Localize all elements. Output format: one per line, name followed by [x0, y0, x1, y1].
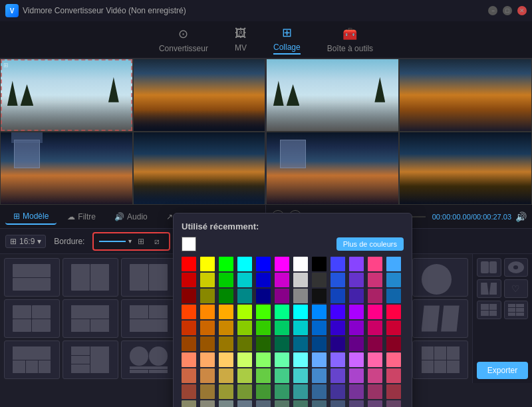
tab-filtre[interactable]: ☁ Filtre	[59, 209, 104, 224]
color-swatch[interactable]	[237, 352, 252, 367]
bordure-grid-btn[interactable]: ⊞	[134, 235, 148, 248]
color-swatch[interactable]	[200, 273, 215, 287]
color-swatch[interactable]	[256, 384, 271, 399]
tab-modele[interactable]: ⊞ Modèle	[5, 209, 57, 225]
color-swatch[interactable]	[331, 384, 345, 399]
color-swatch[interactable]	[312, 273, 327, 287]
color-swatch[interactable]	[293, 273, 308, 287]
color-swatch[interactable]	[182, 384, 196, 399]
color-swatch[interactable]	[256, 305, 271, 319]
color-swatch[interactable]	[275, 384, 289, 399]
color-swatch[interactable]	[349, 337, 364, 351]
color-swatch[interactable]	[256, 321, 271, 335]
model-item-16[interactable]	[412, 299, 468, 338]
color-swatch[interactable]	[256, 273, 271, 287]
color-swatch[interactable]	[219, 384, 233, 399]
color-swatch[interactable]	[182, 321, 196, 335]
color-swatch[interactable]	[293, 257, 308, 271]
color-swatch[interactable]	[331, 273, 345, 287]
color-swatch[interactable]	[256, 352, 271, 367]
color-swatch[interactable]	[293, 337, 308, 351]
color-swatch[interactable]	[182, 368, 196, 383]
right-model-1[interactable]	[477, 258, 501, 277]
color-swatch[interactable]	[219, 337, 233, 351]
color-swatch[interactable]	[386, 321, 401, 335]
preview-cell-3[interactable]	[0, 132, 133, 205]
color-swatch[interactable]	[312, 337, 327, 351]
color-swatch[interactable]	[182, 289, 196, 303]
color-swatch[interactable]	[182, 352, 196, 367]
color-swatch[interactable]	[293, 400, 308, 407]
color-swatch[interactable]	[368, 321, 382, 335]
close-button[interactable]: ✕	[517, 6, 527, 15]
color-swatch[interactable]	[331, 368, 345, 383]
color-swatch[interactable]	[386, 305, 401, 319]
color-swatch[interactable]	[275, 273, 289, 287]
color-swatch[interactable]	[200, 384, 215, 399]
color-swatch[interactable]	[219, 289, 233, 303]
color-swatch[interactable]	[275, 305, 289, 319]
color-swatch[interactable]	[275, 337, 289, 351]
color-swatch[interactable]	[237, 368, 252, 383]
color-swatch[interactable]	[200, 321, 215, 335]
color-swatch[interactable]	[368, 337, 382, 351]
color-swatch[interactable]	[200, 400, 215, 407]
color-swatch[interactable]	[182, 337, 196, 351]
color-swatch[interactable]	[219, 321, 233, 335]
color-swatch[interactable]	[386, 368, 401, 383]
maximize-button[interactable]: □	[503, 6, 512, 15]
model-item-24[interactable]	[412, 340, 468, 379]
color-swatch[interactable]	[237, 400, 252, 407]
right-model-3[interactable]	[477, 279, 501, 298]
color-swatch[interactable]	[312, 321, 327, 335]
color-swatch[interactable]	[237, 305, 252, 319]
color-swatch[interactable]	[368, 305, 382, 319]
color-swatch[interactable]	[275, 352, 289, 367]
color-swatch[interactable]	[331, 337, 345, 351]
color-swatch[interactable]	[275, 289, 289, 303]
color-swatch[interactable]	[200, 289, 215, 303]
right-model-6[interactable]	[504, 301, 529, 319]
bordure-chevron[interactable]: ▾	[128, 237, 132, 245]
nav-mv[interactable]: 🖼 MV	[235, 27, 247, 53]
color-swatch[interactable]	[349, 384, 364, 399]
model-item-11[interactable]	[121, 299, 177, 338]
color-swatch[interactable]	[275, 321, 289, 335]
color-swatch[interactable]	[349, 305, 364, 319]
color-swatch[interactable]	[368, 400, 382, 407]
model-item-17[interactable]	[4, 340, 60, 379]
color-swatch[interactable]	[386, 289, 401, 303]
color-swatch[interactable]	[331, 400, 345, 407]
color-swatch[interactable]	[386, 384, 401, 399]
model-item-18[interactable]	[63, 340, 118, 379]
color-swatch[interactable]	[386, 257, 401, 271]
color-swatch[interactable]	[200, 305, 215, 319]
color-swatch[interactable]	[331, 305, 345, 319]
color-swatch[interactable]	[312, 400, 327, 407]
color-swatch[interactable]	[349, 321, 364, 335]
color-swatch[interactable]	[256, 289, 271, 303]
color-swatch[interactable]	[293, 305, 308, 319]
color-swatch[interactable]	[368, 368, 382, 383]
color-swatch[interactable]	[331, 352, 345, 367]
minimize-button[interactable]: －	[488, 6, 497, 15]
right-model-2[interactable]	[504, 258, 529, 277]
color-swatch[interactable]	[256, 337, 271, 351]
preview-cell-2[interactable]	[133, 59, 266, 132]
color-swatch[interactable]	[200, 337, 215, 351]
color-swatch[interactable]	[386, 400, 401, 407]
color-swatch[interactable]	[200, 352, 215, 367]
color-swatch[interactable]	[219, 368, 233, 383]
color-swatch[interactable]	[331, 289, 345, 303]
color-swatch[interactable]	[293, 289, 308, 303]
volume-icon[interactable]: 🔊	[515, 211, 527, 222]
preview-cell-1[interactable]: ⊞	[0, 59, 133, 132]
color-swatch[interactable]	[312, 368, 327, 383]
color-swatch[interactable]	[368, 273, 382, 287]
color-swatch[interactable]	[182, 273, 196, 287]
color-swatch[interactable]	[182, 257, 196, 271]
nav-convertisseur[interactable]: ⊙ Convertisseur	[159, 27, 208, 53]
color-swatch[interactable]	[237, 273, 252, 287]
model-item-8[interactable]	[412, 258, 468, 297]
color-swatch[interactable]	[293, 368, 308, 383]
